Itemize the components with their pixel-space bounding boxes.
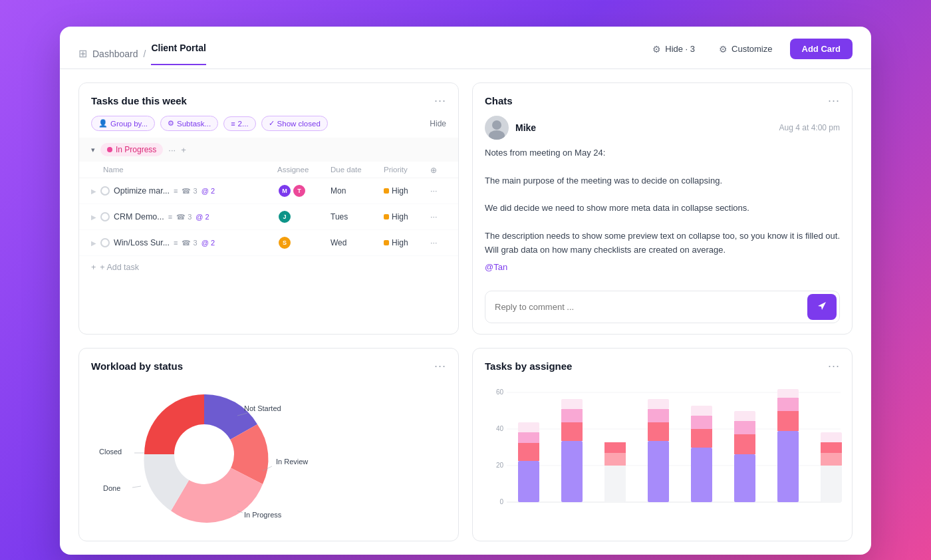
row-chevron[interactable]: ▶ — [91, 239, 96, 247]
svg-rect-30 — [604, 466, 626, 502]
chat-mention[interactable]: @Tan — [485, 262, 840, 272]
assignee-avatars: J — [277, 210, 331, 224]
workload-card-menu[interactable]: ··· — [434, 359, 446, 373]
task-meta-icons: ≡ — [174, 239, 178, 247]
row-chevron[interactable]: ▶ — [91, 213, 96, 221]
plus-icon: + — [91, 263, 96, 272]
pie-chart-body: Not Started In Review In Progress Done C… — [79, 381, 458, 541]
chats-card-title: Chats — [485, 95, 513, 106]
svg-rect-45 — [777, 431, 799, 502]
group-icon: 👤 — [98, 119, 108, 128]
hide-columns-button[interactable]: Hide — [430, 119, 446, 128]
subtask-icon: ⚙ — [168, 119, 174, 128]
section-chevron[interactable]: ▾ — [91, 146, 95, 154]
task-table-header: Name Assignee Due date Priority ⊕ — [79, 162, 458, 178]
breadcrumb-current-page: Client Portal — [151, 43, 205, 65]
svg-rect-46 — [777, 411, 799, 431]
row-chevron[interactable]: ▶ — [91, 188, 96, 195]
task-circle[interactable] — [100, 186, 110, 196]
priority-indicator — [384, 188, 389, 194]
add-task-button[interactable]: + + Add task — [79, 256, 458, 279]
task-circle[interactable] — [100, 212, 110, 221]
assignee-card-menu[interactable]: ··· — [828, 359, 840, 373]
breadcrumb-separator: / — [144, 49, 146, 59]
svg-rect-34 — [648, 422, 669, 441]
priority-label: High — [392, 238, 408, 247]
svg-rect-48 — [777, 389, 799, 398]
check-icon: ✓ — [269, 119, 275, 128]
task-meta-icons: ≡ — [174, 187, 178, 195]
send-button[interactable] — [807, 294, 837, 320]
svg-rect-40 — [691, 406, 712, 416]
svg-rect-42 — [734, 434, 755, 454]
svg-rect-33 — [648, 441, 669, 502]
add-card-button[interactable]: Add Card — [790, 39, 853, 59]
svg-text:Done: Done — [103, 484, 120, 492]
task-name[interactable]: Optimize mar... — [114, 186, 170, 196]
svg-rect-44 — [734, 411, 755, 421]
filter-group-pill[interactable]: 👤 Group by... — [91, 116, 155, 131]
svg-text:In Progress: In Progress — [244, 511, 282, 519]
task-circle[interactable] — [100, 238, 110, 247]
task-name[interactable]: CRM Demo... — [114, 212, 164, 221]
svg-rect-32 — [604, 442, 626, 453]
status-dot — [107, 147, 112, 152]
task-name[interactable]: Win/Loss Sur... — [114, 238, 170, 247]
tasks-card-header: Tasks due this week ··· — [79, 83, 458, 116]
svg-rect-27 — [561, 422, 583, 441]
chat-text: Notes from meeting on May 24: The main p… — [485, 146, 840, 257]
svg-line-11 — [132, 486, 141, 488]
row-more[interactable]: ··· — [430, 212, 446, 221]
priority-badge: High — [384, 186, 430, 196]
task-phone-icon: ☎ 3 — [182, 239, 197, 247]
row-more[interactable]: ··· — [430, 186, 446, 196]
svg-rect-43 — [734, 421, 755, 434]
chats-card: Chats ··· Mike Aug 4 at 4:00 pm Notes fr… — [472, 82, 853, 335]
svg-rect-49 — [821, 466, 842, 502]
header: ⊞ Dashboard / Client Portal ⚙ Hide · 3 ⚙… — [60, 27, 871, 69]
section-add[interactable]: + — [181, 145, 186, 155]
chats-card-menu[interactable]: ··· — [828, 94, 840, 108]
svg-rect-38 — [691, 429, 712, 448]
bar-chart: 60 40 20 0 — [485, 381, 844, 527]
filter-num-pill[interactable]: ≡ 2... — [223, 116, 255, 131]
svg-rect-23 — [518, 443, 539, 461]
hide-button[interactable]: ⚙ Hide · 3 — [646, 40, 702, 59]
avatar: J — [277, 210, 292, 224]
chat-reply-area — [485, 291, 840, 323]
row-more[interactable]: ··· — [430, 238, 446, 247]
workload-card-title: Workload by status — [91, 360, 183, 372]
chat-message-header: Mike Aug 4 at 4:00 pm — [485, 116, 840, 140]
svg-text:40: 40 — [496, 425, 504, 432]
filter-icon: ⚙ — [652, 44, 661, 55]
customize-button[interactable]: ⚙ Customize — [712, 40, 779, 59]
filter-closed-pill[interactable]: ✓ Show closed — [261, 116, 328, 131]
avatar: T — [292, 184, 307, 198]
task-count: @ 2 — [196, 213, 209, 221]
task-phone-icon: ☎ 3 — [176, 213, 192, 221]
svg-text:Not Started: Not Started — [244, 404, 281, 412]
svg-rect-28 — [561, 409, 583, 422]
add-column-icon[interactable]: ⊕ — [430, 166, 446, 175]
section-more[interactable]: ··· — [168, 145, 176, 155]
filter-icon: ≡ — [231, 120, 235, 128]
due-date: Tues — [331, 212, 384, 221]
filter-subtask-pill[interactable]: ⚙ Subtask... — [160, 116, 218, 131]
svg-text:60: 60 — [496, 388, 504, 396]
svg-rect-41 — [734, 454, 755, 502]
task-phone-icon: ☎ 3 — [182, 187, 197, 196]
reply-input[interactable] — [485, 294, 805, 320]
chat-username: Mike — [515, 122, 536, 133]
breadcrumb: ⊞ Dashboard / Client Portal — [78, 43, 206, 65]
tasks-card-title: Tasks due this week — [91, 95, 187, 106]
avatar: M — [277, 184, 292, 198]
chat-timestamp: Aug 4 at 4:00 pm — [779, 123, 840, 132]
breadcrumb-dashboard[interactable]: Dashboard — [92, 49, 138, 59]
tasks-card-menu[interactable]: ··· — [434, 94, 446, 108]
assignee-avatars: S — [277, 235, 331, 250]
priority-label: High — [392, 186, 408, 196]
svg-rect-35 — [648, 409, 669, 422]
svg-rect-25 — [518, 422, 539, 432]
priority-badge: High — [384, 238, 430, 247]
dashboard-icon: ⊞ — [78, 47, 87, 60]
